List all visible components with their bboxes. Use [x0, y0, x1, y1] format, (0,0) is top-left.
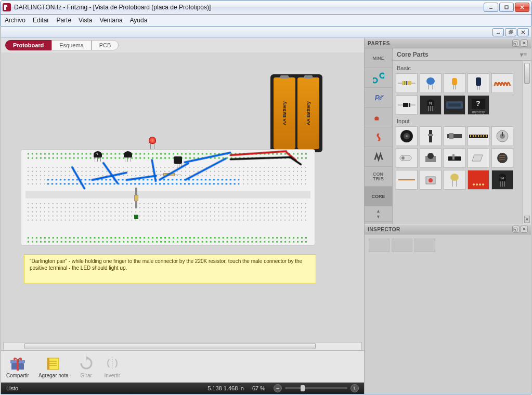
part-capacitor-ceramic[interactable] — [420, 73, 442, 93]
svg-rect-39 — [404, 81, 405, 85]
add-note-button[interactable]: Agregar nota — [38, 355, 69, 378]
part-capacitor-electrolytic[interactable] — [468, 73, 489, 93]
status-ready: Listo — [6, 385, 18, 391]
add-note-label: Agregar nota — [38, 373, 69, 378]
connector-pin[interactable] — [134, 215, 138, 219]
battery-pack[interactable]: AA Battery AA Battery — [270, 74, 322, 152]
svg-point-96 — [473, 183, 475, 186]
bin-snootlab[interactable] — [365, 147, 392, 167]
svg-point-66 — [406, 135, 408, 137]
zoom-slider[interactable] — [285, 387, 347, 389]
mdi-child-titlebar — [1, 27, 531, 38]
menu-vista[interactable]: Vista — [79, 17, 92, 24]
part-resistor[interactable] — [396, 73, 418, 93]
breadboard[interactable] — [21, 149, 315, 246]
part-mystery[interactable]: ?mystery — [468, 95, 489, 115]
part-capacitor-tantalum[interactable] — [444, 73, 465, 93]
part-wire[interactable] — [396, 170, 418, 190]
menubar: Archivo Editar Parte Vista Ventana Ayuda — [0, 15, 532, 26]
part-sparkfun-board[interactable] — [468, 170, 489, 190]
menu-ventana[interactable]: Ventana — [100, 17, 123, 24]
svg-rect-53 — [408, 103, 409, 107]
part-pushbutton[interactable] — [420, 148, 442, 168]
part-diode[interactable] — [396, 95, 418, 115]
svg-rect-87 — [452, 154, 455, 160]
minimize-button[interactable] — [484, 3, 498, 12]
part-photoresistor[interactable] — [444, 170, 465, 190]
horizontal-scrollbar[interactable] — [3, 342, 362, 350]
menu-editar[interactable]: Editar — [33, 17, 49, 24]
parts-panel: PARTES ◱ ✕ MINE P⁄⁄ CON TRIB — [365, 38, 531, 224]
svg-text:N: N — [429, 101, 432, 106]
share-button[interactable]: Compartir — [6, 355, 29, 378]
tab-protoboard[interactable]: Protoboard — [5, 40, 51, 50]
svg-rect-77 — [483, 135, 484, 137]
part-encoder[interactable] — [420, 170, 442, 190]
led-component[interactable] — [149, 137, 158, 149]
part-reed[interactable] — [468, 148, 489, 168]
panel-undock-button[interactable]: ◱ — [512, 40, 520, 47]
parts-scrollbar[interactable]: ▼ — [523, 61, 531, 224]
parts-header-label: PARTES — [368, 41, 390, 46]
part-tilt-sensor[interactable] — [396, 148, 418, 168]
status-bar: Listo 5.138 1.468 in 67 % − + — [1, 383, 364, 394]
part-toggle-switch[interactable] — [444, 148, 465, 168]
svg-rect-30 — [17, 359, 19, 371]
bin-picaxe[interactable] — [365, 108, 392, 127]
menu-archivo[interactable]: Archivo — [5, 17, 25, 24]
bin-contrib[interactable]: CON TRIB — [365, 167, 392, 187]
panel-close-button[interactable]: ✕ — [521, 40, 528, 47]
part-slide-pot[interactable] — [420, 126, 442, 146]
parts-bin-title: Core Parts — [397, 51, 429, 58]
section-input: Input — [397, 118, 518, 124]
resistor-component[interactable] — [135, 188, 137, 208]
part-rotary-pot[interactable] — [491, 126, 513, 146]
battery-cell-label: AA Battery — [282, 101, 287, 125]
child-minimize-button[interactable] — [492, 28, 504, 36]
svg-rect-1 — [505, 6, 508, 9]
sticky-note[interactable]: "Darlington pair" - while holding one fi… — [24, 254, 316, 283]
parts-bin-title-bar: Core Parts ▾≡ — [393, 48, 531, 61]
part-inductor[interactable] — [491, 73, 513, 93]
transistor-1[interactable]: N — [94, 151, 103, 162]
rotate-button[interactable]: Girar — [78, 355, 95, 378]
inspector-panel-header[interactable]: INSPECTOR ◱ ✕ — [365, 224, 531, 234]
bin-scroll-buttons[interactable]: ▲▼ — [365, 206, 392, 222]
panel-close-button[interactable]: ✕ — [521, 226, 528, 233]
close-button[interactable] — [515, 3, 529, 12]
part-transistor[interactable]: N — [420, 95, 442, 115]
maximize-button[interactable] — [499, 3, 514, 12]
svg-rect-46 — [452, 78, 457, 85]
svg-text:LM: LM — [500, 177, 504, 180]
part-photocell[interactable] — [491, 148, 513, 168]
child-restore-button[interactable] — [505, 28, 516, 36]
bin-arduino[interactable] — [365, 68, 392, 88]
bin-mine[interactable]: MINE — [365, 48, 392, 68]
menu-parte[interactable]: Parte — [56, 17, 71, 24]
parts-bin-menu-icon[interactable]: ▾≡ — [520, 51, 527, 58]
part-relay[interactable] — [444, 95, 465, 115]
transistor-2[interactable] — [124, 151, 133, 162]
part-temp-sensor[interactable]: LM — [491, 170, 513, 190]
parts-bin-tabs: MINE P⁄⁄ CON TRIB CORE ▲▼ — [365, 48, 393, 224]
bin-core[interactable]: CORE — [365, 187, 392, 206]
breadboard-canvas[interactable]: AA Battery AA Battery — [3, 52, 362, 342]
tab-pcb[interactable]: PCB — [92, 40, 119, 50]
zoom-out-button[interactable]: − — [274, 384, 282, 392]
zoom-in-button[interactable]: + — [351, 384, 359, 392]
flip-button[interactable]: Invertir — [104, 355, 121, 378]
panel-undock-button[interactable]: ◱ — [512, 226, 520, 233]
child-close-button[interactable] — [517, 28, 529, 36]
parts-list: Basic N ?myste — [393, 61, 523, 224]
menu-ayuda[interactable]: Ayuda — [130, 17, 148, 24]
bin-sparkfun[interactable] — [365, 127, 392, 147]
part-switch-slide[interactable] — [444, 126, 465, 146]
svg-point-99 — [482, 183, 484, 186]
parts-panel-header[interactable]: PARTES ◱ ✕ — [365, 38, 531, 48]
bin-parallax[interactable]: P⁄⁄ — [365, 88, 392, 108]
part-speaker[interactable] — [396, 126, 418, 146]
tab-esquema[interactable]: Esquema — [51, 40, 91, 50]
window-titlebar: DARLINGTON.fz - Fritzing - [Vista de Pro… — [0, 0, 532, 15]
svg-rect-25 — [25, 191, 310, 199]
part-header[interactable] — [468, 126, 489, 146]
